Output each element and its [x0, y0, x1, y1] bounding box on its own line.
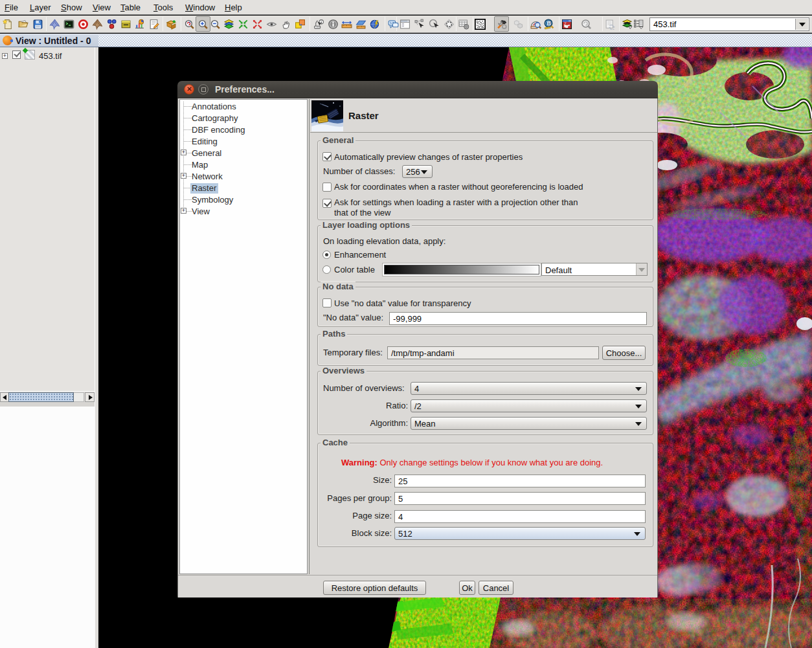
svg-text:B: B [547, 20, 551, 27]
